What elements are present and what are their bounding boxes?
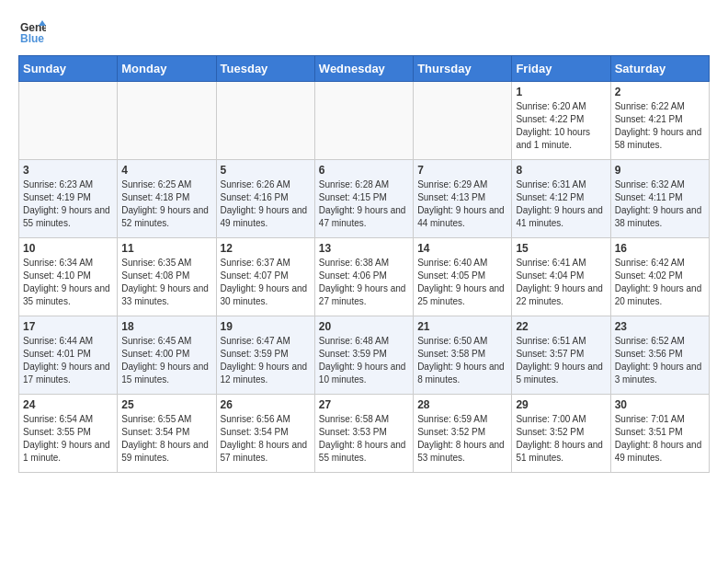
day-info: Sunrise: 6:54 AM Sunset: 3:55 PM Dayligh…	[23, 413, 113, 465]
day-info: Sunrise: 6:51 AM Sunset: 3:57 PM Dayligh…	[516, 335, 606, 386]
weekday-header-wednesday: Wednesday	[314, 56, 413, 82]
day-info: Sunrise: 6:47 AM Sunset: 3:59 PM Dayligh…	[221, 335, 311, 386]
weekday-header-monday: Monday	[118, 56, 216, 82]
day-number: 19	[221, 320, 311, 333]
day-number: 7	[417, 164, 507, 177]
day-number: 3	[23, 164, 113, 177]
calendar-cell: 24Sunrise: 6:54 AM Sunset: 3:55 PM Dayli…	[19, 395, 118, 473]
day-info: Sunrise: 6:32 AM Sunset: 4:11 PM Dayligh…	[615, 178, 705, 230]
day-info: Sunrise: 7:01 AM Sunset: 3:51 PM Dayligh…	[615, 413, 705, 465]
day-number: 1	[516, 86, 606, 98]
calendar-week-2: 3Sunrise: 6:23 AM Sunset: 4:19 PM Daylig…	[19, 160, 710, 238]
calendar-cell: 8Sunrise: 6:31 AM Sunset: 4:12 PM Daylig…	[512, 160, 610, 238]
day-info: Sunrise: 6:26 AM Sunset: 4:16 PM Dayligh…	[221, 178, 311, 230]
calendar-week-5: 24Sunrise: 6:54 AM Sunset: 3:55 PM Dayli…	[19, 395, 710, 473]
calendar-cell: 3Sunrise: 6:23 AM Sunset: 4:19 PM Daylig…	[19, 160, 118, 238]
day-number: 30	[615, 398, 705, 411]
calendar-cell: 4Sunrise: 6:25 AM Sunset: 4:18 PM Daylig…	[118, 160, 216, 238]
day-info: Sunrise: 6:59 AM Sunset: 3:52 PM Dayligh…	[417, 413, 507, 465]
calendar-cell: 5Sunrise: 6:26 AM Sunset: 4:16 PM Daylig…	[216, 160, 314, 238]
day-info: Sunrise: 6:40 AM Sunset: 4:05 PM Dayligh…	[417, 257, 507, 308]
logo: General Blue	[18, 18, 46, 46]
weekday-header-row: SundayMondayTuesdayWednesdayThursdayFrid…	[19, 56, 710, 82]
calendar-week-1: 1Sunrise: 6:20 AM Sunset: 4:22 PM Daylig…	[19, 82, 710, 160]
calendar-cell: 26Sunrise: 6:56 AM Sunset: 3:54 PM Dayli…	[216, 395, 314, 473]
calendar-cell: 28Sunrise: 6:59 AM Sunset: 3:52 PM Dayli…	[414, 395, 512, 473]
day-info: Sunrise: 6:50 AM Sunset: 3:58 PM Dayligh…	[417, 335, 507, 386]
day-info: Sunrise: 6:23 AM Sunset: 4:19 PM Dayligh…	[23, 178, 113, 230]
weekday-header-friday: Friday	[512, 56, 610, 82]
day-info: Sunrise: 6:35 AM Sunset: 4:08 PM Dayligh…	[121, 257, 211, 308]
calendar-cell: 15Sunrise: 6:41 AM Sunset: 4:04 PM Dayli…	[512, 238, 610, 316]
day-info: Sunrise: 6:56 AM Sunset: 3:54 PM Dayligh…	[221, 413, 311, 465]
calendar-table: SundayMondayTuesdayWednesdayThursdayFrid…	[18, 55, 710, 473]
day-number: 26	[221, 398, 311, 411]
day-number: 21	[417, 320, 507, 333]
calendar-cell: 9Sunrise: 6:32 AM Sunset: 4:11 PM Daylig…	[610, 160, 709, 238]
calendar-cell	[414, 82, 512, 160]
day-info: Sunrise: 6:29 AM Sunset: 4:13 PM Dayligh…	[417, 178, 507, 230]
day-number: 24	[23, 398, 113, 411]
calendar-cell	[118, 82, 216, 160]
day-info: Sunrise: 6:45 AM Sunset: 4:00 PM Dayligh…	[121, 335, 211, 386]
day-info: Sunrise: 6:28 AM Sunset: 4:15 PM Dayligh…	[319, 178, 409, 230]
day-number: 13	[319, 242, 409, 255]
day-number: 15	[516, 242, 606, 255]
day-info: Sunrise: 6:44 AM Sunset: 4:01 PM Dayligh…	[23, 335, 113, 386]
day-info: Sunrise: 6:37 AM Sunset: 4:07 PM Dayligh…	[221, 257, 311, 308]
calendar-cell: 23Sunrise: 6:52 AM Sunset: 3:56 PM Dayli…	[610, 316, 709, 395]
weekday-header-saturday: Saturday	[610, 56, 709, 82]
page-header: General Blue	[18, 18, 710, 46]
day-number: 6	[319, 164, 409, 177]
day-info: Sunrise: 6:58 AM Sunset: 3:53 PM Dayligh…	[319, 413, 409, 465]
weekday-header-tuesday: Tuesday	[216, 56, 314, 82]
day-number: 11	[121, 242, 211, 255]
calendar-cell: 29Sunrise: 7:00 AM Sunset: 3:52 PM Dayli…	[512, 395, 610, 473]
calendar-cell	[19, 82, 118, 160]
calendar-cell: 12Sunrise: 6:37 AM Sunset: 4:07 PM Dayli…	[216, 238, 314, 316]
day-info: Sunrise: 6:42 AM Sunset: 4:02 PM Dayligh…	[615, 257, 705, 308]
calendar-cell: 6Sunrise: 6:28 AM Sunset: 4:15 PM Daylig…	[314, 160, 413, 238]
svg-text:Blue: Blue	[20, 32, 44, 45]
day-info: Sunrise: 6:52 AM Sunset: 3:56 PM Dayligh…	[615, 335, 705, 386]
calendar-cell: 13Sunrise: 6:38 AM Sunset: 4:06 PM Dayli…	[314, 238, 413, 316]
day-info: Sunrise: 6:48 AM Sunset: 3:59 PM Dayligh…	[319, 335, 409, 386]
day-number: 16	[615, 242, 705, 255]
day-number: 4	[121, 164, 211, 177]
calendar-week-4: 17Sunrise: 6:44 AM Sunset: 4:01 PM Dayli…	[19, 316, 710, 395]
day-number: 18	[121, 320, 211, 333]
calendar-cell: 10Sunrise: 6:34 AM Sunset: 4:10 PM Dayli…	[19, 238, 118, 316]
day-number: 25	[121, 398, 211, 411]
day-info: Sunrise: 6:38 AM Sunset: 4:06 PM Dayligh…	[319, 257, 409, 308]
day-info: Sunrise: 6:55 AM Sunset: 3:54 PM Dayligh…	[121, 413, 211, 465]
day-info: Sunrise: 6:34 AM Sunset: 4:10 PM Dayligh…	[23, 257, 113, 308]
calendar-cell: 21Sunrise: 6:50 AM Sunset: 3:58 PM Dayli…	[414, 316, 512, 395]
day-info: Sunrise: 6:20 AM Sunset: 4:22 PM Dayligh…	[516, 100, 606, 152]
day-number: 12	[221, 242, 311, 255]
calendar-cell	[314, 82, 413, 160]
calendar-cell: 22Sunrise: 6:51 AM Sunset: 3:57 PM Dayli…	[512, 316, 610, 395]
weekday-header-sunday: Sunday	[19, 56, 118, 82]
day-info: Sunrise: 6:22 AM Sunset: 4:21 PM Dayligh…	[615, 100, 705, 152]
day-number: 14	[417, 242, 507, 255]
calendar-cell: 27Sunrise: 6:58 AM Sunset: 3:53 PM Dayli…	[314, 395, 413, 473]
day-info: Sunrise: 7:00 AM Sunset: 3:52 PM Dayligh…	[516, 413, 606, 465]
calendar-cell: 25Sunrise: 6:55 AM Sunset: 3:54 PM Dayli…	[118, 395, 216, 473]
calendar-cell: 17Sunrise: 6:44 AM Sunset: 4:01 PM Dayli…	[19, 316, 118, 395]
calendar-cell: 20Sunrise: 6:48 AM Sunset: 3:59 PM Dayli…	[314, 316, 413, 395]
day-number: 27	[319, 398, 409, 411]
calendar-cell: 16Sunrise: 6:42 AM Sunset: 4:02 PM Dayli…	[610, 238, 709, 316]
calendar-cell: 19Sunrise: 6:47 AM Sunset: 3:59 PM Dayli…	[216, 316, 314, 395]
calendar-cell: 14Sunrise: 6:40 AM Sunset: 4:05 PM Dayli…	[414, 238, 512, 316]
day-number: 9	[615, 164, 705, 177]
day-info: Sunrise: 6:31 AM Sunset: 4:12 PM Dayligh…	[516, 178, 606, 230]
calendar-cell: 7Sunrise: 6:29 AM Sunset: 4:13 PM Daylig…	[414, 160, 512, 238]
weekday-header-thursday: Thursday	[414, 56, 512, 82]
day-number: 2	[615, 86, 705, 98]
day-number: 20	[319, 320, 409, 333]
calendar-cell: 18Sunrise: 6:45 AM Sunset: 4:00 PM Dayli…	[118, 316, 216, 395]
day-number: 10	[23, 242, 113, 255]
day-number: 23	[615, 320, 705, 333]
logo-icon: General Blue	[18, 18, 46, 46]
day-number: 17	[23, 320, 113, 333]
